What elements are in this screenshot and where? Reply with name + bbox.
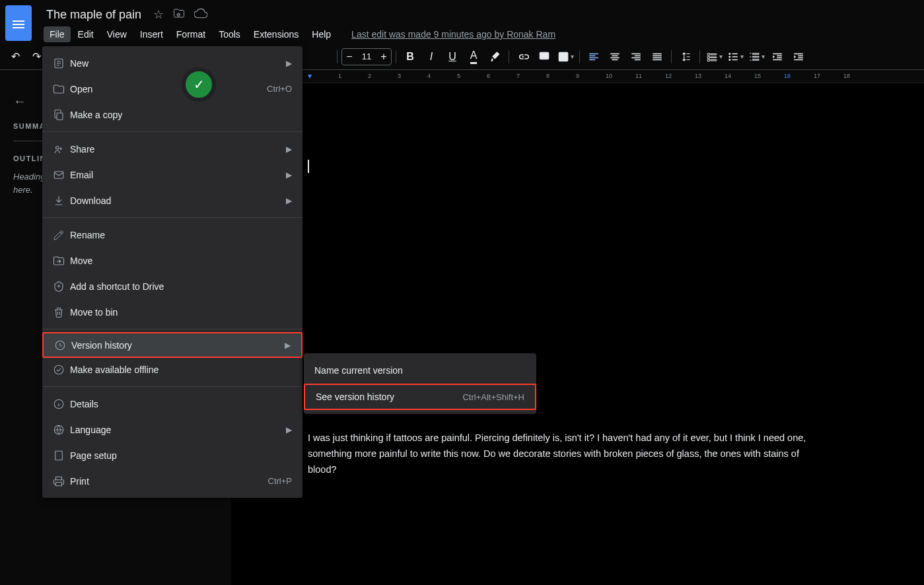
file-menu-details[interactable]: Details <box>42 391 302 417</box>
menu-item-label: Rename <box>70 230 292 240</box>
move-folder-icon[interactable] <box>173 7 185 22</box>
svg-point-3 <box>729 55 730 57</box>
menu-item-label: See version history <box>316 392 462 402</box>
docs-logo-icon[interactable] <box>5 5 32 41</box>
menu-item-label: Print <box>70 476 268 487</box>
checklist-button[interactable]: ▾ <box>704 47 724 67</box>
highlight-button[interactable] <box>485 47 505 67</box>
document-title[interactable]: The maple of pain <box>44 7 144 23</box>
submenu-see-version-history[interactable]: See version historyCtrl+Alt+Shift+H <box>304 384 536 410</box>
menu-format[interactable]: Format <box>170 26 211 42</box>
history-icon <box>54 339 71 351</box>
insert-link-button[interactable] <box>513 47 533 67</box>
menu-shortcut: Ctrl+P <box>268 476 292 486</box>
file-menu-add-a-shortcut-to-drive[interactable]: Add a shortcut to Drive <box>42 273 302 299</box>
lang-icon <box>53 424 70 436</box>
file-menu-rename[interactable]: Rename <box>42 222 302 248</box>
align-right-button[interactable] <box>626 47 646 67</box>
font-size-increase-button[interactable]: + <box>376 51 391 63</box>
align-left-button[interactable] <box>584 47 604 67</box>
page-icon <box>53 450 70 462</box>
offline-icon <box>53 364 70 376</box>
line-spacing-button[interactable] <box>676 47 695 67</box>
info-icon <box>53 398 70 410</box>
app-header: The maple of pain ☆ File Edit View Inser… <box>0 0 924 44</box>
file-menu-move-to-bin[interactable]: Move to bin <box>42 299 302 325</box>
menu-bar: File Edit View Insert Format Tools Exten… <box>44 25 919 44</box>
insert-image-button[interactable]: ▾ <box>555 47 575 67</box>
shortcut-icon <box>53 281 70 292</box>
text-cursor <box>308 160 309 173</box>
rename-icon <box>53 229 70 241</box>
file-menu-dropdown: New▶OpenCtrl+OMake a copyShare▶Email▶Dow… <box>42 46 302 498</box>
horizontal-ruler[interactable]: ▾ 1 2 3 4 5 6 7 8 9 10 11 12 13 14 15 16… <box>231 70 924 83</box>
move-icon <box>53 255 70 267</box>
submenu-name-current-version[interactable]: Name current version <box>304 357 536 384</box>
menu-item-label: Make a copy <box>70 110 292 120</box>
file-menu-email[interactable]: Email▶ <box>42 162 302 188</box>
menu-extensions[interactable]: Extensions <box>248 26 304 42</box>
file-menu-language[interactable]: Language▶ <box>42 417 302 442</box>
italic-button[interactable]: I <box>421 47 441 67</box>
underline-button[interactable]: U <box>443 47 462 67</box>
add-comment-button[interactable] <box>534 47 554 67</box>
menu-item-label: Open <box>70 84 267 94</box>
document-body-text[interactable]: I was just thinking if tattoos are painf… <box>308 430 810 478</box>
numbered-list-button[interactable]: ▾ <box>746 47 766 67</box>
decrease-indent-button[interactable] <box>767 47 787 67</box>
star-icon[interactable]: ☆ <box>153 7 164 22</box>
file-menu-make-available-offline[interactable]: Make available offline <box>42 357 302 382</box>
file-menu-print[interactable]: PrintCtrl+P <box>42 468 302 494</box>
align-justify-button[interactable] <box>647 47 667 67</box>
menu-view[interactable]: View <box>101 26 133 42</box>
file-menu-share[interactable]: Share▶ <box>42 136 302 162</box>
menu-item-label: Make available offline <box>70 364 292 375</box>
menu-item-label: Email <box>70 170 286 180</box>
menu-shortcut: Ctrl+Alt+Shift+H <box>462 392 524 402</box>
last-edit-link[interactable]: Last edit was made 9 minutes ago by Rona… <box>351 29 555 40</box>
submenu-arrow-icon: ▶ <box>285 341 291 350</box>
print-icon <box>53 475 70 487</box>
align-center-button[interactable] <box>605 47 625 67</box>
file-menu-new[interactable]: New▶ <box>42 50 302 76</box>
menu-edit[interactable]: Edit <box>72 26 100 42</box>
version-history-submenu: Name current versionSee version historyC… <box>304 353 536 414</box>
svg-rect-1 <box>559 52 568 61</box>
font-size-decrease-button[interactable]: − <box>342 51 357 63</box>
file-menu-page-setup[interactable]: Page setup <box>42 442 302 468</box>
svg-point-7 <box>56 146 59 149</box>
undo-button[interactable]: ↶ <box>5 47 25 67</box>
trash-icon <box>53 306 70 318</box>
submenu-arrow-icon: ▶ <box>286 170 292 180</box>
file-menu-make-a-copy[interactable]: Make a copy <box>42 102 302 127</box>
bulleted-list-button[interactable]: ▾ <box>725 47 745 67</box>
file-menu-move[interactable]: Move <box>42 248 302 273</box>
menu-item-label: Move <box>70 256 292 266</box>
indent-marker-icon[interactable]: ▾ <box>308 71 312 81</box>
svg-point-2 <box>729 53 730 55</box>
menu-item-label: Share <box>70 144 286 155</box>
submenu-arrow-icon: ▶ <box>286 59 292 68</box>
file-menu-version-history[interactable]: Version history▶ <box>42 332 302 358</box>
svg-point-4 <box>729 59 730 61</box>
menu-item-label: Download <box>70 195 286 206</box>
menu-tools[interactable]: Tools <box>213 26 246 42</box>
font-size-value[interactable]: 11 <box>357 52 376 61</box>
svg-rect-6 <box>57 113 63 120</box>
cloud-status-icon[interactable] <box>194 7 207 23</box>
menu-shortcut: Ctrl+O <box>267 84 292 94</box>
text-color-button[interactable]: A <box>464 47 483 67</box>
menu-insert[interactable]: Insert <box>134 26 169 42</box>
bold-button[interactable]: B <box>400 47 420 67</box>
submenu-arrow-icon: ▶ <box>286 145 292 154</box>
menu-item-label: Add a shortcut to Drive <box>70 281 292 292</box>
menu-file[interactable]: File <box>44 26 71 42</box>
file-menu-open[interactable]: OpenCtrl+O <box>42 76 302 102</box>
menu-help[interactable]: Help <box>306 26 337 42</box>
new-icon <box>53 57 70 69</box>
mail-icon <box>53 169 70 181</box>
document-canvas[interactable]: I was just thinking if tattoos are painf… <box>231 83 924 585</box>
increase-indent-button[interactable] <box>789 47 808 67</box>
file-menu-download[interactable]: Download▶ <box>42 188 302 213</box>
menu-item-label: Page setup <box>70 450 292 461</box>
